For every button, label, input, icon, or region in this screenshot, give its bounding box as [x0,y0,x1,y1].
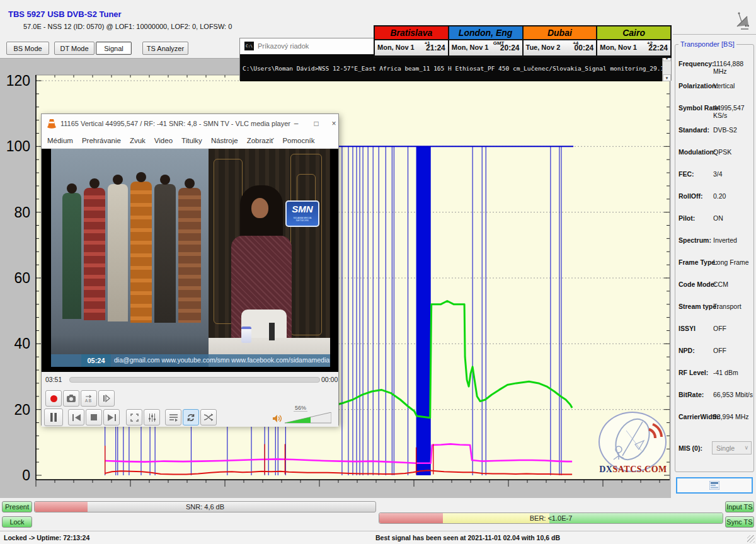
stop-button[interactable] [86,409,102,425]
menu-help[interactable]: Pomocník [282,137,314,144]
clock-city: London, Eng [449,26,522,39]
scroll-down-icon[interactable]: ▼ [663,74,671,81]
ab-loop-icon: A B [84,394,93,403]
present-indicator: Present [2,501,32,512]
video-scene-studio [209,149,330,367]
svg-text:100: 100 [6,138,30,154]
volume-slider[interactable] [285,412,331,424]
vlc-titlebar[interactable]: 11165 Vertical 44995,547 / RF: -41 SNR: … [42,114,338,133]
bs-mode-button[interactable]: BS Mode [6,42,49,55]
snapshot-button[interactable] [63,390,79,407]
menu-medium[interactable]: Médium [47,137,73,144]
transponder-row-value: 11164,888 MHz [713,60,756,75]
cmd-scrollbar[interactable]: ▲ ▼ [662,54,671,81]
mis-label: MIS (0): [679,444,702,452]
vlc-controls: A B 56% [42,387,338,427]
menu-view[interactable]: Zobraziť [247,137,274,144]
pause-button[interactable] [44,408,63,426]
clock-time: 00:24 [575,43,594,52]
transponder-row-label: FEC: [679,170,694,178]
satellite-dish-icon [731,10,753,33]
vlc-menubar: Médium Prehrávanie Zvuk Video Titulky Ná… [42,133,338,149]
ber-gauge: BER: <1.0E-7 [379,512,723,524]
record-button[interactable] [45,390,62,407]
resize-grip[interactable] [747,535,755,543]
shuffle-button[interactable] [200,409,217,425]
speaker-icon [272,414,282,424]
cmd-title-text: Príkazový riadok [258,42,309,50]
minimize-icon[interactable]: – [289,117,304,130]
menu-video[interactable]: Video [154,137,173,144]
svg-text:120: 120 [6,72,30,89]
table-item [269,323,275,340]
chevron-down-icon: ∨ [744,444,748,451]
transponder-row-label: ISSYI [679,325,696,332]
video-scene-dancers [51,149,209,367]
ticker-time: 05:24 [81,354,111,367]
transponder-list-button[interactable] [676,477,753,494]
menu-playback[interactable]: Prehrávanie [82,137,121,144]
ab-loop-button[interactable]: A B [81,390,97,407]
smn-logo-subtext: SIDAMA MEDIA NETWORK [287,217,318,222]
clock-cairo: Cairo Mon, Nov 1+222:24 [597,26,670,57]
snr-gauge: SNR: 4,6 dB [34,501,376,512]
vlc-seek-row: 03:51 00:00 [42,372,338,387]
clock-date: Mon, Nov 1 [452,43,489,51]
news-ticker: 05:24 dia@gmail.com www.youtube.com/smn … [51,354,330,367]
clock-time: 22:24 [648,43,668,52]
frame-step-button[interactable] [98,390,115,407]
transponder-row-label: RF Level: [679,369,708,376]
fullscreen-icon [130,414,139,422]
dxsatcs-logo-text: DXSATCS.COM [597,465,669,475]
transponder-title: Transponder [BS] [679,40,736,48]
tbs-tuner-app: TBS 5927 USB DVB-S2 Tuner 57.0E - NSS 12… [0,0,756,544]
clock-city: Bratislava [375,26,448,39]
next-icon [108,414,116,421]
transponder-row-value: 3/4 [713,170,723,178]
signal-mon-button[interactable]: Signal Mon. [96,42,132,55]
transponder-row-label: Pilot: [679,214,695,222]
transponder-row-label: Modulation: [679,148,716,156]
transponder-row-label: Frame Type: [679,258,718,266]
frame-step-icon [103,395,110,402]
snr-text: SNR: 4,6 dB [35,503,375,511]
dancer-figure [154,184,176,323]
dancer-figure [130,182,152,323]
transponder-row-value: Transport [713,303,742,310]
vlc-window: 11165 Vertical 44995,547 / RF: -41 SNR: … [41,113,339,425]
seek-bar[interactable] [69,377,320,383]
menu-tools[interactable]: Nástroje [211,137,238,144]
transponder-row-value: 53,994 MHz [713,413,749,420]
transponder-row-label: RollOff: [679,192,703,200]
loop-icon [186,414,195,422]
menu-audio[interactable]: Zvuk [130,137,146,144]
app-subtitle: 57.0E - NSS 12 (ID: 0570) @ LOF1: 100000… [23,23,232,30]
video-frame: SMN SIDAMA MEDIA NETWORK 05:24 dia@gmail… [51,149,330,367]
transponder-row-label: Frequency: [679,60,714,67]
transponder-row-value: 66,953 Mbit/s [713,391,753,398]
close-icon[interactable]: × [326,117,341,130]
cmd-console[interactable]: C:\Users\Roman Dávid>NSS 12-57°E_East Af… [240,54,671,81]
list-icon [709,481,719,490]
previous-button[interactable] [68,409,84,425]
menu-subtitles[interactable]: Titulky [181,137,202,144]
playlist-button[interactable] [165,409,181,425]
record-icon [50,395,57,402]
transponder-row-value: CCM [713,281,728,288]
next-button[interactable] [103,409,120,425]
transponder-row-value: OFF [713,325,726,332]
sync-ts-indicator: Sync TS [725,516,754,528]
ts-analyzer-button[interactable]: TS Analyzer (OK) [142,42,188,55]
maximize-icon[interactable]: □ [309,117,324,130]
extended-settings-button[interactable] [144,409,160,425]
loop-button[interactable] [183,409,199,425]
fullscreen-button[interactable] [126,409,142,425]
mis-dropdown[interactable]: Single ∨ [712,441,752,454]
elapsed-time: 03:51 [45,376,62,383]
shuffle-icon [204,414,213,421]
vlc-title-text: 11165 Vertical 44995,547 / RF: -41 SNR: … [60,120,290,127]
clock-city: Dubai [524,26,597,39]
volume-percent: 56% [294,405,307,412]
dt-mode-button[interactable]: DT Mode [54,42,94,55]
statusbar: Locked -> Uptime: 72:13:24 Best signal h… [0,531,756,544]
